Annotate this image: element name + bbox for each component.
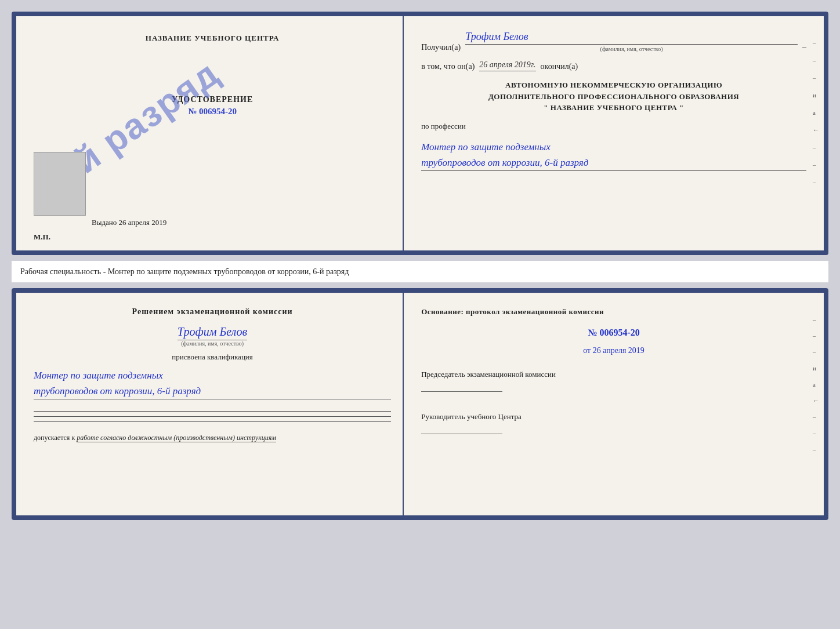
protocol-date-row: от 26 апреля 2019	[421, 346, 806, 355]
org-full-name: АВТОНОМНУЮ НЕКОММЕРЧЕСКУЮ ОРГАНИЗАЦИЮ ДО…	[421, 79, 806, 114]
rukovoditel-signature-line	[421, 434, 502, 434]
poluchil-sub: (фамилия, имя, отчество)	[465, 46, 798, 52]
rukovoditel-label: Руководитель учебного Центра	[421, 412, 806, 422]
vtom-date: 26 апреля 2019г.	[479, 60, 535, 71]
dopuskaetsya-label: допускается к	[34, 434, 75, 442]
qual-line1: Монтер по защите подземных	[34, 368, 391, 383]
udostoverenie-number: № 006954-20	[172, 107, 253, 117]
vydano-date: 26 апреля 2019	[119, 218, 167, 227]
cert-right: Получил(а) Трофим Белов (фамилия, имя, о…	[404, 16, 824, 250]
cert-left: НАЗВАНИЕ УЧЕБНОГО ЦЕНТРА 6-й разряд УДОС…	[16, 16, 404, 250]
qual-line2: трубопроводов от коррозии, 6-й разряд	[34, 383, 391, 399]
poluchil-name: Трофим Белов	[465, 31, 798, 45]
ot-label: от	[583, 346, 591, 355]
empty-line-2	[34, 416, 391, 417]
dopuskaetsya-text: работе согласно должностным (производств…	[77, 434, 276, 442]
osnovanie-label: Основание: протокол экзаменационной коми…	[421, 307, 806, 317]
certificate-bottom: Решением экзаменационной комиссии Трофим…	[12, 288, 828, 520]
bottom-name: Трофим Белов	[178, 325, 247, 340]
udostoverenie-title: УДОСТОВЕРЕНИЕ	[172, 95, 253, 104]
udostoverenie-block: УДОСТОВЕРЕНИЕ № 006954-20	[172, 95, 253, 117]
org-line2: ДОПОЛНИТЕЛЬНОГО ПРОФЕССИОНАЛЬНОГО ОБРАЗО…	[421, 91, 806, 103]
professii-line1: Монтер по защите подземных	[421, 139, 806, 155]
chairman-signature-line	[421, 391, 502, 392]
poluchil-label: Получил(а)	[421, 43, 461, 52]
fio-sub: (фамилия, имя, отчество)	[181, 340, 244, 347]
empty-line-3	[34, 421, 391, 422]
vtom-label: в том, что он(а)	[421, 62, 475, 71]
org-line1: АВТОНОМНУЮ НЕКОММЕРЧЕСКУЮ ОРГАНИЗАЦИЮ	[421, 79, 806, 91]
protocol-date: 26 апреля 2019	[593, 346, 645, 355]
cert-bottom-right: Основание: протокол экзаменационной коми…	[404, 293, 824, 515]
certificate-top: НАЗВАНИЕ УЧЕБНОГО ЦЕНТРА 6-й разряд УДОС…	[12, 12, 828, 255]
vydano-label: Выдано	[92, 218, 117, 227]
chairman-label: Председатель экзаменационной комиссии	[421, 369, 806, 380]
resheniem-title: Решением экзаменационной комиссии	[34, 307, 391, 317]
professii-name: Монтер по защите подземных трубопроводов…	[421, 139, 806, 171]
rukovoditel-block: Руководитель учебного Центра	[421, 403, 806, 437]
okonchil-label: окончил(а)	[541, 62, 578, 71]
chairman-block: Председатель экзаменационной комиссии	[421, 369, 806, 395]
qualification-text: Монтер по защите подземных трубопроводов…	[34, 368, 391, 399]
working-specialty-label: Рабочая специальность - Монтер по защите…	[12, 261, 828, 282]
page-wrapper: НАЗВАНИЕ УЧЕБНОГО ЦЕНТРА 6-й разряд УДОС…	[12, 12, 828, 520]
poluchil-row: Получил(а) Трофим Белов (фамилия, имя, о…	[421, 31, 806, 52]
side-marks-right: – – – и а ← – – –	[813, 39, 819, 186]
dopuskaetsya-block: допускается к работе согласно должностны…	[34, 434, 391, 442]
dash-right: –	[802, 43, 806, 52]
prisvoena-label: присвоена квалификация	[34, 352, 391, 362]
vtom-row: в том, что он(а) 26 апреля 2019г. окончи…	[421, 60, 806, 71]
org-name-title: НАЗВАНИЕ УЧЕБНОГО ЦЕНТРА	[146, 34, 280, 43]
po-professii-label: по профессии	[421, 122, 806, 131]
protocol-number: № 006954-20	[421, 328, 806, 338]
vydano-block: Выдано 26 апреля 2019	[92, 218, 166, 227]
side-marks-bottom-right: – – – и а ← – – –	[813, 316, 819, 453]
org-line3: " НАЗВАНИЕ УЧЕБНОГО ЦЕНТРА "	[421, 102, 806, 114]
empty-line-1	[34, 411, 391, 412]
mp-block: М.П.	[34, 232, 50, 242]
photo-placeholder	[34, 152, 86, 216]
cert-bottom-left: Решением экзаменационной комиссии Трофим…	[16, 293, 404, 515]
professii-line2: трубопроводов от коррозии, 6-й разряд	[421, 155, 806, 170]
